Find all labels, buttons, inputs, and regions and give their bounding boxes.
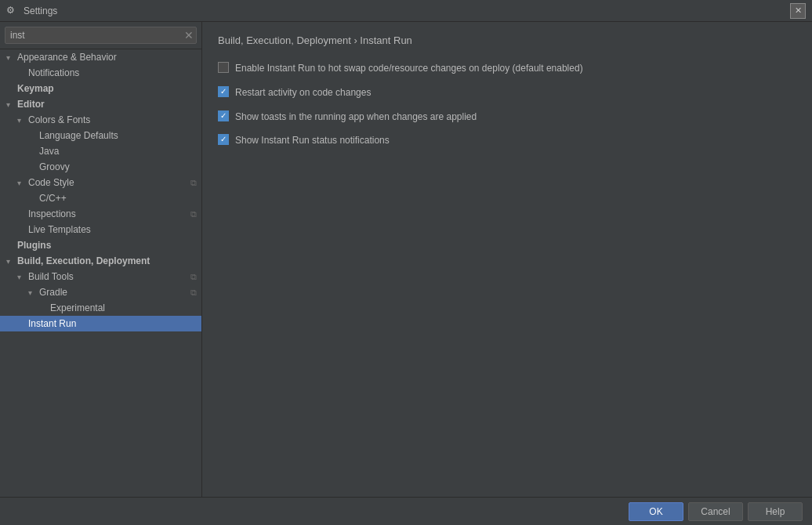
ok-button[interactable]: OK [629, 502, 683, 521]
search-container: ✕ [0, 22, 201, 49]
option-enable-instant-run: Enable Instant Run to hot swap code/reso… [218, 62, 796, 75]
sidebar-item-label: Experimental [50, 302, 195, 313]
settings-icon: ⚙ [6, 5, 19, 17]
sidebar-item-language-defaults[interactable]: Language Defaults [0, 128, 201, 143]
sidebar-item-code-style[interactable]: ▾Code Style⧉ [0, 175, 201, 190]
checkbox-restart-activity[interactable]: ✓ [218, 86, 229, 97]
arrow-icon: ▾ [17, 179, 25, 187]
sidebar-item-label: Groovy [39, 161, 195, 172]
sidebar-item-label: Colors & Fonts [28, 114, 195, 125]
sidebar-item-experimental[interactable]: Experimental [0, 300, 201, 316]
sidebar-item-label: Language Defaults [39, 130, 195, 141]
sidebar-item-label: Live Templates [28, 224, 195, 235]
sidebar-item-instant-run[interactable]: Instant Run [0, 316, 201, 331]
sidebar-item-colors-fonts[interactable]: ▾Colors & Fonts [0, 112, 201, 128]
sidebar-item-label: Plugins [17, 240, 195, 251]
sidebar-item-label: Notifications [28, 67, 195, 78]
sidebar-item-build-execution-deployment[interactable]: ▾Build, Execution, Deployment [0, 253, 201, 269]
sidebar-item-label: Inspections [28, 208, 195, 219]
sidebar-item-label: Java [39, 146, 195, 157]
option-text-show-status-notifications: Show Instant Run status notifications [235, 134, 390, 147]
sidebar-item-label: Build Tools [28, 271, 195, 282]
arrow-icon: ▾ [28, 288, 36, 297]
sidebar-item-notifications[interactable]: Notifications [0, 65, 201, 81]
right-panel: Build, Execution, Deployment › Instant R… [202, 22, 812, 497]
checkbox-enable-instant-run[interactable] [218, 62, 229, 73]
option-show-status-notifications: ✓ Show Instant Run status notifications [218, 134, 796, 147]
option-show-toasts: ✓ Show toasts in the running app when ch… [218, 110, 796, 124]
checkbox-show-toasts[interactable]: ✓ [218, 110, 229, 121]
sidebar-tree: ▾Appearance & BehaviorNotificationsKeyma… [0, 49, 201, 331]
sidebar-item-gradle[interactable]: ▾Gradle⧉ [0, 284, 201, 300]
sidebar-item-live-templates[interactable]: Live Templates [0, 222, 201, 237]
checkmark-icon: ✓ [220, 88, 227, 96]
cancel-button[interactable]: Cancel [688, 502, 743, 521]
sidebar-item-label: Appearance & Behavior [17, 52, 195, 63]
title-bar: ⚙ Settings ✕ [0, 0, 812, 22]
arrow-icon: ▾ [6, 53, 14, 62]
sidebar-item-label: Code Style [28, 177, 195, 188]
help-button[interactable]: Help [748, 502, 803, 521]
option-restart-activity: ✓ Restart activity on code changes [218, 86, 796, 100]
content-area: ✕ ▾Appearance & BehaviorNotificationsKey… [0, 22, 812, 497]
sidebar-item-keymap[interactable]: Keymap [0, 81, 201, 96]
main-container: ✕ ▾Appearance & BehaviorNotificationsKey… [0, 22, 812, 525]
option-text-enable-instant-run: Enable Instant Run to hot swap code/reso… [235, 62, 583, 75]
sidebar-item-label: Editor [17, 99, 195, 110]
checkbox-show-status-notifications[interactable]: ✓ [218, 134, 229, 145]
sidebar-item-plugins[interactable]: Plugins [0, 237, 201, 253]
sidebar-item-java[interactable]: Java [0, 143, 201, 159]
sidebar-item-appearance-behavior[interactable]: ▾Appearance & Behavior [0, 49, 201, 65]
search-clear-button[interactable]: ✕ [184, 29, 194, 42]
copy-icon: ⧉ [190, 178, 197, 188]
search-input[interactable] [5, 27, 197, 44]
title-bar-text: Settings [24, 5, 790, 16]
copy-icon: ⧉ [190, 272, 197, 282]
option-text-show-toasts: Show toasts in the running app when chan… [235, 110, 477, 124]
arrow-icon: ▾ [17, 116, 25, 125]
sidebar-item-cpp[interactable]: C/C++ [0, 190, 201, 206]
sidebar-item-build-tools[interactable]: ▾Build Tools⧉ [0, 269, 201, 284]
copy-icon: ⧉ [190, 209, 197, 219]
sidebar-item-editor[interactable]: ▾Editor [0, 96, 201, 112]
arrow-icon: ▾ [6, 257, 14, 266]
checkmark-icon: ✓ [220, 112, 227, 120]
sidebar-item-inspections[interactable]: Inspections⧉ [0, 206, 201, 222]
sidebar-item-groovy[interactable]: Groovy [0, 159, 201, 175]
sidebar: ✕ ▾Appearance & BehaviorNotificationsKey… [0, 22, 202, 497]
copy-icon: ⧉ [190, 288, 197, 298]
sidebar-item-label: Keymap [17, 83, 195, 94]
arrow-icon: ▾ [17, 273, 25, 281]
sidebar-item-label: Build, Execution, Deployment [17, 255, 195, 266]
sidebar-item-label: C/C++ [39, 193, 195, 204]
option-text-restart-activity: Restart activity on code changes [235, 86, 371, 100]
arrow-icon: ▾ [6, 100, 14, 109]
sidebar-item-label: Instant Run [28, 318, 195, 329]
options-container: Enable Instant Run to hot swap code/reso… [218, 62, 796, 147]
sidebar-item-label: Gradle [39, 287, 195, 298]
breadcrumb: Build, Execution, Deployment › Instant R… [218, 34, 796, 46]
close-button[interactable]: ✕ [790, 3, 806, 19]
footer: OK Cancel Help [0, 497, 812, 525]
checkmark-icon: ✓ [220, 136, 227, 143]
